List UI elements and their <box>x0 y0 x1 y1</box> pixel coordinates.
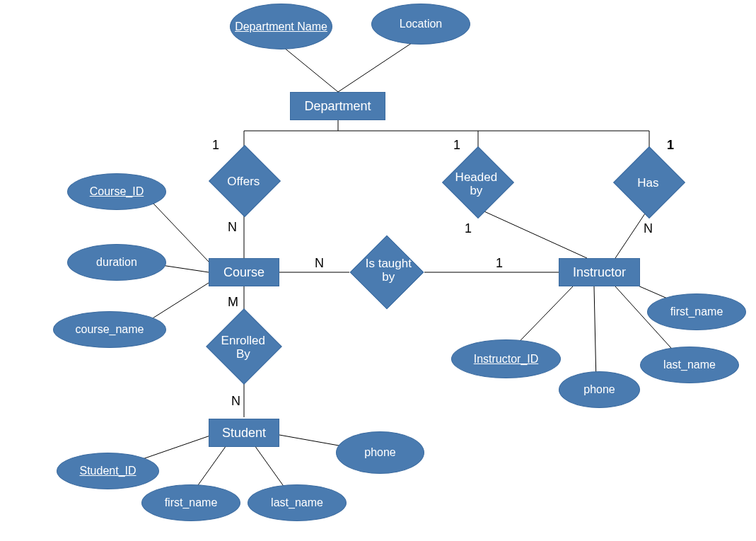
entity-instructor: Instructor <box>559 258 640 286</box>
card-headed-instr: 1 <box>465 221 472 236</box>
attr-instructor-id: Instructor_ID <box>451 339 561 378</box>
attr-location: Location <box>371 4 470 45</box>
entity-department: Department <box>290 92 385 120</box>
attr-duration: duration <box>67 244 166 281</box>
attr-course-id: Course_ID <box>67 173 166 210</box>
attr-instructor-last-name: last_name <box>640 347 739 383</box>
card-enrolled-course: M <box>228 295 238 310</box>
svg-line-1 <box>338 40 416 92</box>
svg-line-16 <box>594 286 596 382</box>
attr-student-last-name: last_name <box>248 484 347 521</box>
card-offers-dept: 1 <box>212 138 219 153</box>
attr-instructor-first-name: first_name <box>647 293 746 330</box>
card-enrolled-student: N <box>231 394 240 409</box>
card-has-dept: 1 <box>667 138 674 153</box>
card-has-instr: N <box>644 221 653 236</box>
card-headed-dept: 1 <box>453 138 460 153</box>
card-offers-course: N <box>228 220 237 235</box>
attr-department-name: Department Name <box>230 4 332 50</box>
entity-student: Student <box>209 419 279 447</box>
attr-student-phone: phone <box>336 431 424 474</box>
attr-student-id: Student_ID <box>57 453 159 489</box>
attr-student-first-name: first_name <box>141 484 240 521</box>
entity-course: Course <box>209 258 279 286</box>
card-taught-instr: 1 <box>496 256 503 271</box>
card-taught-course: N <box>315 256 324 271</box>
attr-course-name: course_name <box>53 311 166 348</box>
svg-line-0 <box>279 44 338 92</box>
attr-instructor-phone: phone <box>559 371 640 408</box>
svg-line-13 <box>478 209 587 258</box>
